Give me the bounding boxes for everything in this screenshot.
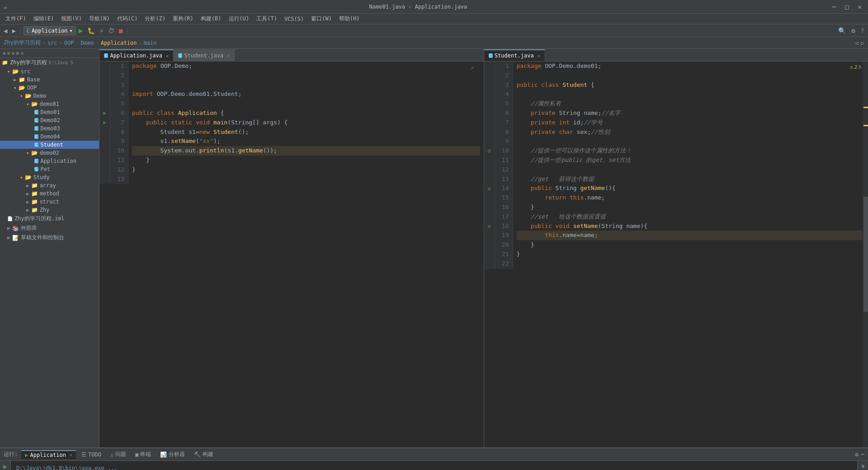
maximize-button[interactable]: □ (842, 2, 851, 11)
sidebar-settings-icon[interactable]: ⚙ (16, 51, 19, 56)
tree-item-base[interactable]: ▶ 📁 Base (0, 76, 99, 84)
tree-item-oop[interactable]: ▾ 📂 OOP (0, 84, 99, 92)
debug-button[interactable]: 🐛 (85, 26, 97, 35)
stop-button[interactable]: ■ (117, 26, 124, 35)
tab-student-close-left[interactable]: ✕ (227, 53, 230, 58)
run-app-tab[interactable]: ▶ Application ✕ (21, 450, 76, 459)
run-gutter-icon-7[interactable]: ▶ (103, 119, 106, 126)
coverage-button[interactable]: ⚡ (98, 26, 105, 35)
bc-nav-icon[interactable]: ◁ (855, 40, 859, 46)
menu-view[interactable]: 视图(V) (57, 14, 85, 24)
tree-item-demo01[interactable]: ▾ 📂 demo01 (0, 100, 99, 108)
problems-tab[interactable]: ⚠ 问题 (107, 450, 130, 459)
menu-file[interactable]: 文件(F) (2, 14, 30, 24)
run-config-selector[interactable]: C Application ▾ (24, 26, 76, 35)
tree-label-studentcls: Student (40, 142, 63, 148)
menu-edit[interactable]: 编辑(E) (30, 14, 58, 24)
left-code-content[interactable]: package OOP.Demo; import OOP.Demo.demo01… (128, 62, 484, 184)
bc-main[interactable]: main (144, 40, 157, 46)
bc-src[interactable]: src (47, 40, 57, 46)
menu-code[interactable]: 代码(C) (113, 14, 142, 24)
run-button[interactable]: ▶ (77, 25, 85, 36)
tree-item-studentcls[interactable]: C Student (0, 141, 99, 149)
tree-item-struct[interactable]: ▶ 📁 struct (0, 198, 99, 206)
tree-item-demo01cls[interactable]: C Demo01 (0, 108, 99, 116)
close-button[interactable]: ✕ (855, 2, 864, 11)
tree-item-demo03cls[interactable]: C Demo03 (0, 124, 99, 133)
run-gutter-icon-6[interactable]: ▶ (103, 109, 106, 117)
tree-item-demo[interactable]: ▾ 📂 Demo (0, 92, 99, 100)
tree-item-array[interactable]: ▶ 📁 array (0, 181, 99, 190)
warning-gutter-18[interactable]: ◯ (488, 223, 490, 229)
tree-item-iml[interactable]: 📄 Zhy的学习历程.iml (0, 214, 99, 223)
warning-gutter-14[interactable]: ◯ (488, 185, 490, 192)
sidebar-expand-icon[interactable]: ≡ (3, 51, 5, 56)
search-icon[interactable]: 🔍 (836, 26, 848, 35)
menu-refactor[interactable]: 重构(R) (169, 14, 197, 24)
r-gutter-line-8 (484, 128, 495, 137)
menu-window[interactable]: 窗口(W) (307, 14, 335, 24)
menu-build[interactable]: 构建(B) (197, 14, 225, 24)
sidebar-collapse-icon[interactable]: ≡ (12, 51, 14, 56)
tree-item-study[interactable]: ▾ 📂 Study (0, 173, 99, 181)
tree-item-scratch[interactable]: ▶ 📝 草稿文件和控制台 (0, 233, 99, 242)
bc-application[interactable]: Application (101, 40, 137, 46)
bottom-right-icon-1[interactable]: ⇅ (861, 463, 864, 469)
sidebar-close-icon[interactable]: ✕ (21, 51, 24, 56)
window-controls[interactable]: ─ □ ✕ (830, 2, 864, 11)
sidebar-sync-icon[interactable]: ⊙ (7, 51, 10, 56)
help-icon[interactable]: ? (859, 26, 866, 35)
menu-analyze[interactable]: 分析(Z) (141, 14, 169, 24)
bc-demo[interactable]: Demo (81, 40, 94, 46)
left-gutter: ▶ ▶ (99, 62, 110, 184)
profile-button[interactable]: ⏱ (106, 26, 116, 35)
folder-demo01-icon: 📂 (31, 101, 38, 107)
bc-project[interactable]: Zhy的学习历程 (4, 39, 41, 47)
scrollbar-thumb[interactable] (863, 197, 868, 313)
menu-run[interactable]: 运行(U) (225, 14, 253, 24)
tab-student-java-left[interactable]: C Student.java ✕ (174, 49, 235, 61)
bottom-settings-icon[interactable]: ⚙ (855, 451, 859, 458)
bottom-right-icons: ⇅ ☆ (857, 461, 868, 470)
toolbar-right: 🔍 ⚙ ? (836, 26, 866, 35)
tree-item-petcls[interactable]: C Pet (0, 165, 99, 173)
build-tab[interactable]: 🔨 构建 (190, 450, 217, 459)
r-gutter-line-9 (484, 137, 495, 146)
toolbar-forward-icon[interactable]: ▶ (10, 26, 17, 35)
menu-navigate[interactable]: 导航(N) (85, 14, 113, 24)
rln-6: 6 (499, 109, 509, 118)
tree-item-demo04cls[interactable]: C Demo04 (0, 133, 99, 141)
gutter-line-5 (99, 99, 110, 109)
menu-vcs[interactable]: VCS(S) (281, 15, 307, 23)
minimize-button[interactable]: ─ (830, 2, 839, 11)
tree-item-root[interactable]: 📁 Zhy的学习历程 D:\Java S (0, 58, 99, 67)
todo-tab[interactable]: ☰ TODO (78, 451, 105, 459)
warning-gutter-10[interactable]: ◯ (488, 147, 490, 154)
bc-nav-icon-2[interactable]: ▷ (861, 40, 864, 46)
tree-item-demo02cls[interactable]: C Demo02 (0, 116, 99, 124)
bc-oop[interactable]: OOP (64, 40, 74, 46)
tab-student-java-right[interactable]: C Student.java ✕ (484, 49, 545, 61)
right-code-editor[interactable]: ◯ ◯ ◯ (484, 62, 868, 447)
tree-item-src[interactable]: ▾ 📂 src (0, 67, 99, 76)
tab-student-close[interactable]: ✕ (538, 53, 540, 58)
left-code-editor[interactable]: ▶ ▶ 1 (99, 62, 484, 447)
run-bottom-icon[interactable]: ▶ (3, 463, 7, 470)
menu-help[interactable]: 帮助(H) (335, 14, 363, 24)
tab-application-java[interactable]: C Application.java ✕ (99, 49, 174, 61)
toolbar-back-icon[interactable]: ◀ (2, 26, 9, 35)
run-app-close[interactable]: ✕ (70, 452, 72, 457)
menu-tools[interactable]: 工具(T) (253, 14, 281, 24)
tree-item-applicationcls[interactable]: C Application (0, 157, 99, 165)
right-code-content[interactable]: package OOP.Demo.demo01; public class St… (513, 62, 868, 269)
bottom-minimize-icon[interactable]: ─ (861, 451, 864, 458)
folder-icon: ▾ (7, 69, 10, 75)
tree-item-demo02folder[interactable]: ▾ 📂 demo02 (0, 149, 99, 157)
settings-icon[interactable]: ⚙ (849, 26, 857, 35)
terminal-tab[interactable]: ▣ 终端 (132, 450, 155, 459)
tab-application-close[interactable]: ✕ (166, 53, 169, 58)
tree-item-method[interactable]: ▶ 📁 method (0, 190, 99, 198)
profiler-tab[interactable]: 📊 分析器 (156, 450, 189, 459)
tree-item-zhy[interactable]: ▶ 📁 Zhy (0, 206, 99, 214)
tree-item-extlib[interactable]: ▶ 📚 外部库 (0, 223, 99, 233)
